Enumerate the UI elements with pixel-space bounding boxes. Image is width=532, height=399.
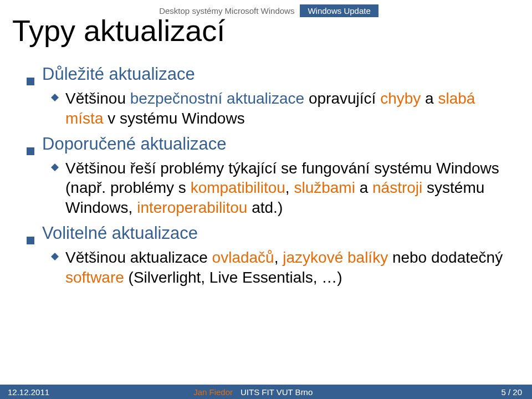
text-run: nebo dodatečný xyxy=(392,249,503,266)
footer-date: 12.12.2011 xyxy=(0,387,183,397)
page-title: Typy aktualizací xyxy=(12,13,225,48)
text-run: (Silverlight, Live Essentials, …) xyxy=(129,269,342,286)
text-run: jazykové balíky xyxy=(283,249,392,266)
svg-marker-0 xyxy=(51,94,59,101)
slide: Desktop systémy Microsoft Windows Window… xyxy=(0,0,532,399)
footer-page: 5 / 20 xyxy=(501,387,532,397)
list-item: Většinou aktualizace ovladačů, jazykové … xyxy=(65,248,510,288)
svg-marker-1 xyxy=(51,163,59,171)
text-run: v systému Windows xyxy=(108,110,244,127)
text-run: Většinou aktualizace xyxy=(65,249,212,266)
svg-marker-2 xyxy=(51,253,59,260)
text-run: a xyxy=(355,179,372,196)
text-run: nástroji xyxy=(372,179,427,196)
square-bullet-icon xyxy=(27,147,34,155)
text-run: ovladačů xyxy=(212,249,274,266)
text-run: interoperabilitou xyxy=(137,199,252,216)
slide-content: Důležité aktualizaceVětšinou bezpečnostn… xyxy=(27,64,510,293)
text-run: atd.) xyxy=(252,199,283,216)
text-run: kompatibilitou xyxy=(191,179,285,196)
text-run: a xyxy=(425,90,438,107)
list-item: Většinou bezpečnostní aktualizace opravu… xyxy=(65,89,510,129)
list-item-heading: Volitelné aktualizace xyxy=(42,223,198,243)
footer-bar: 12.12.2011 Jan Fiedor UITS FIT VUT Brno … xyxy=(0,385,532,399)
text-run: službami xyxy=(294,179,355,196)
square-bullet-icon xyxy=(27,78,34,85)
list-item-heading: Doporučené aktualizace xyxy=(42,134,227,154)
text-run: opravující xyxy=(309,90,380,107)
footer-org: UITS FIT VUT Brno xyxy=(238,387,501,397)
square-bullet-icon xyxy=(27,237,34,244)
text-run: chyby xyxy=(380,90,425,107)
breadcrumb-topic: Windows Update xyxy=(300,4,378,17)
text-run: , xyxy=(285,179,294,196)
text-run: Většinou xyxy=(65,90,130,107)
footer-author: Jan Fiedor xyxy=(183,387,238,397)
list-item: Většinou řeší problémy týkající se fungo… xyxy=(65,158,510,218)
text-run: , xyxy=(274,249,283,266)
diamond-bullet-icon xyxy=(51,253,59,260)
diamond-bullet-icon xyxy=(51,94,59,101)
text-run: bezpečnostní aktualizace xyxy=(130,90,309,107)
text-run: software xyxy=(65,269,129,286)
list-item-heading: Důležité aktualizace xyxy=(42,64,195,84)
diamond-bullet-icon xyxy=(51,163,59,171)
